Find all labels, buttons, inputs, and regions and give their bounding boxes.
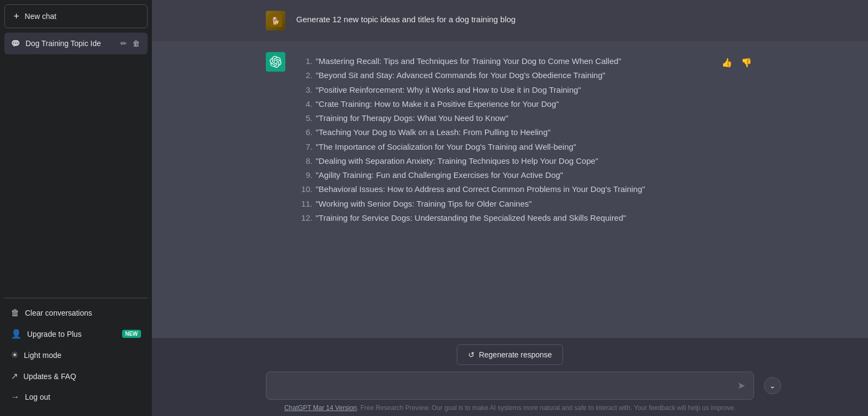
topic-text: "Agility Training: Fun and Challenging E… [316,168,563,182]
topic-text: "Crate Training: How to Make it a Positi… [316,97,559,111]
list-item: 1."Mastering Recall: Tips and Techniques… [296,54,645,68]
topic-number: 6. [296,125,312,139]
new-chat-button[interactable]: + New chat [4,4,148,28]
sidebar-item-logout[interactable]: → Log out [4,387,148,407]
ai-message-inner: 1."Mastering Recall: Tips and Techniques… [266,52,754,327]
user-message-inner: 🐕 Generate 12 new topic ideas and titles… [266,11,754,30]
regen-icon: ↺ [468,350,475,359]
sidebar-divider [4,298,148,298]
user-message-text: Generate 12 new topic ideas and titles f… [296,11,515,26]
sidebar-item-lightmode[interactable]: ☀ Light mode [4,344,148,366]
topic-text: "Training for Service Dogs: Understandin… [316,211,626,225]
regenerate-button[interactable]: ↺ Regenerate response [457,344,564,365]
ai-message-content: 1."Mastering Recall: Tips and Techniques… [296,52,754,225]
topic-text: "Beyond Sit and Stay: Advanced Commands … [316,68,605,82]
chat-bottom: ↺ Regenerate response ➤ ⌄ ChatGPT Mar 14… [152,338,868,416]
ai-message-row: 1."Mastering Recall: Tips and Techniques… [152,41,868,338]
topic-number: 3. [296,83,312,97]
topic-text: "Behavioral Issues: How to Address and C… [316,182,645,196]
upgrade-label: Upgrade to Plus [27,330,81,338]
chat-item[interactable]: 💬 Dog Training Topic Ide ✏ 🗑 [4,33,148,54]
topic-number: 10. [296,182,312,196]
ai-actions: 👍 👎 [719,55,754,70]
list-item: 11."Working with Senior Dogs: Training T… [296,197,645,211]
sidebar-item-upgrade[interactable]: 👤 Upgrade to Plus NEW [4,323,148,344]
send-button[interactable]: ➤ [735,377,748,394]
topic-number: 7. [296,140,312,154]
input-row: ➤ ⌄ [266,372,754,400]
sun-icon: ☀ [11,350,18,360]
user-icon: 👤 [11,329,22,339]
topic-text: "Positive Reinforcement: Why it Works an… [316,83,581,97]
light-mode-label: Light mode [24,351,61,360]
topic-number: 2. [296,68,312,82]
topic-list: 1."Mastering Recall: Tips and Techniques… [296,54,645,225]
topic-number: 1. [296,54,312,68]
list-item: 9."Agility Training: Fun and Challenging… [296,168,645,182]
ai-header-row: 1."Mastering Recall: Tips and Techniques… [296,54,754,225]
topic-text: "Teaching Your Dog to Walk on a Leash: F… [316,125,551,139]
scroll-to-bottom-button[interactable]: ⌄ [764,377,781,394]
thumbs-up-button[interactable]: 👍 [719,55,735,70]
chat-input[interactable] [266,372,754,400]
svg-text:🐕: 🐕 [271,16,280,25]
updates-faq-label: Updates & FAQ [23,372,76,381]
list-item: 10."Behavioral Issues: How to Address an… [296,182,645,196]
chat-actions: ✏ 🗑 [119,38,141,49]
topic-number: 12. [296,211,312,225]
topic-text: "Dealing with Separation Anxiety: Traini… [316,154,598,168]
user-avatar-svg: 🐕 [269,14,282,27]
regen-label: Regenerate response [479,350,552,359]
edit-chat-button[interactable]: ✏ [119,38,128,49]
thumbs-down-button[interactable]: 👎 [739,55,754,70]
sidebar-item-updates[interactable]: ↗ Updates & FAQ [4,366,148,387]
sidebar-bottom: 🗑 Clear conversations 👤 Upgrade to Plus … [4,303,148,412]
plus-icon: + [14,11,20,21]
trash-icon: 🗑 [11,308,20,318]
new-chat-label: New chat [25,12,56,21]
gpt-avatar [266,52,285,72]
chatgpt-logo-icon [270,56,282,68]
main-content: 🐕 Generate 12 new topic ideas and titles… [152,0,868,416]
topic-text: "Mastering Recall: Tips and Techniques f… [316,54,621,68]
chat-title: Dog Training Topic Ide [25,39,114,48]
list-item: 12."Training for Service Dogs: Understan… [296,211,645,225]
avatar: 🐕 [266,11,285,30]
clear-conversations-label: Clear conversations [25,309,92,317]
logout-label: Log out [25,393,50,401]
user-avatar-img: 🐕 [266,11,285,30]
list-item: 3."Positive Reinforcement: Why it Works … [296,83,645,97]
list-item: 7."The Importance of Socialization for Y… [296,140,645,154]
footer-text: . Free Research Preview. Our goal is to … [357,404,736,412]
send-icon: ➤ [737,380,745,392]
topic-text: "Training for Therapy Dogs: What You Nee… [316,111,508,125]
list-item: 2."Beyond Sit and Stay: Advanced Command… [296,68,645,82]
sidebar: + New chat 💬 Dog Training Topic Ide ✏ 🗑 … [0,0,152,416]
version-link[interactable]: ChatGPT Mar 14 Version [284,404,357,412]
list-item: 4."Crate Training: How to Make it a Posi… [296,97,645,111]
chat-bubble-icon: 💬 [11,39,20,48]
delete-chat-button[interactable]: 🗑 [131,38,141,49]
list-item: 6."Teaching Your Dog to Walk on a Leash:… [296,125,645,139]
topic-number: 5. [296,111,312,125]
list-item: 8."Dealing with Separation Anxiety: Trai… [296,154,645,168]
list-item: 5."Training for Therapy Dogs: What You N… [296,111,645,125]
footer: ChatGPT Mar 14 Version. Free Research Pr… [284,400,736,414]
logout-icon: → [11,392,20,402]
external-link-icon: ↗ [11,371,18,381]
chevron-down-icon: ⌄ [769,381,776,390]
topic-number: 11. [296,197,312,211]
user-message-row: 🐕 Generate 12 new topic ideas and titles… [152,0,868,41]
messages-area: 🐕 Generate 12 new topic ideas and titles… [152,0,868,338]
topic-text: "Working with Senior Dogs: Training Tips… [316,197,532,211]
chat-list: 💬 Dog Training Topic Ide ✏ 🗑 [4,33,148,293]
topic-text: "The Importance of Socialization for You… [316,140,576,154]
topic-number: 4. [296,97,312,111]
sidebar-item-clear[interactable]: 🗑 Clear conversations [4,303,148,323]
new-badge: NEW [122,330,141,338]
topic-number: 9. [296,168,312,182]
topic-number: 8. [296,154,312,168]
